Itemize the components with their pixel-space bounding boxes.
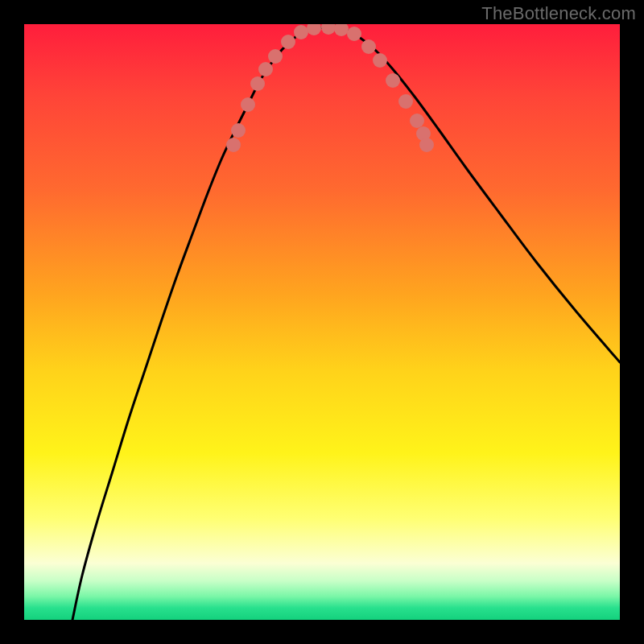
curve-marker [258, 62, 273, 76]
curve-marker [410, 114, 424, 128]
curve-marker [268, 49, 283, 64]
curve-marker [398, 94, 413, 109]
plot-area [24, 24, 620, 620]
watermark-text: TheBottleneck.com [481, 3, 636, 24]
curve-markers [226, 24, 434, 152]
curve-marker [226, 138, 241, 152]
curve-marker [347, 27, 361, 41]
curve-svg [24, 24, 620, 620]
curve-marker [250, 76, 265, 91]
curve-marker [294, 25, 308, 39]
curve-marker [334, 24, 349, 36]
chart-frame: TheBottleneck.com [0, 0, 644, 644]
curve-marker [361, 39, 376, 54]
bottleneck-curve [72, 27, 620, 620]
curve-marker [231, 123, 246, 138]
curve-marker [241, 97, 255, 112]
curve-marker [321, 24, 336, 35]
curve-marker [419, 138, 434, 152]
curve-marker [281, 35, 295, 49]
curve-marker [373, 53, 387, 68]
curve-marker [307, 24, 321, 35]
curve-marker [386, 73, 400, 88]
